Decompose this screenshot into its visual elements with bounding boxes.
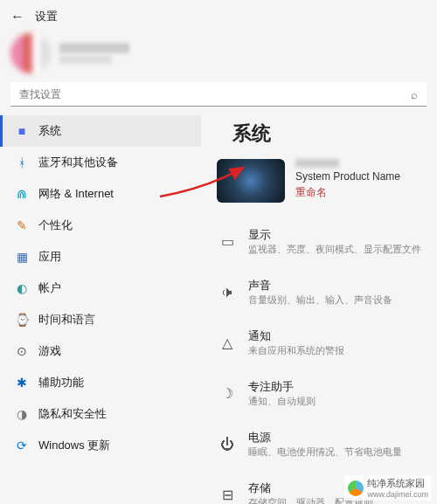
settings-item-title: 声音 bbox=[248, 278, 392, 293]
settings-item-desc: 音量级别、输出、输入、声音设备 bbox=[248, 294, 392, 307]
sidebar-item-label: Windows 更新 bbox=[38, 438, 110, 453]
sidebar-item-label: 网络 & Internet bbox=[38, 186, 114, 202]
avatar bbox=[10, 33, 51, 73]
settings-item-0[interactable]: ▭显示监视器、亮度、夜间模式、显示配置文件 bbox=[217, 217, 427, 267]
sidebar-item-label: 个性化 bbox=[38, 217, 73, 233]
search-icon: ⌕ bbox=[411, 88, 418, 101]
sidebar-item-label: 时间和语言 bbox=[38, 312, 95, 328]
sidebar-item-9[interactable]: ◑隐私和安全性 bbox=[0, 398, 201, 430]
sidebar-icon: ⋒ bbox=[15, 187, 29, 201]
device-blurred-label bbox=[295, 159, 339, 168]
sidebar: ■系统ᚼ蓝牙和其他设备⋒网络 & Internet✎个性化▦应用◐帐户⌚时间和语… bbox=[0, 115, 201, 504]
settings-item-4[interactable]: ⏻电源睡眠、电池使用情况、节省电池电量 bbox=[217, 419, 427, 470]
settings-item-desc: 监视器、亮度、夜间模式、显示配置文件 bbox=[248, 244, 421, 256]
watermark: 纯净系统家园 www.dajimei.com bbox=[344, 475, 432, 501]
profile-name bbox=[59, 43, 129, 64]
sidebar-item-7[interactable]: ⊙游戏 bbox=[0, 335, 201, 367]
search-input[interactable] bbox=[10, 82, 427, 107]
sidebar-item-3[interactable]: ✎个性化 bbox=[0, 210, 201, 241]
sidebar-item-0[interactable]: ■系统 bbox=[0, 115, 201, 147]
settings-item-title: 电源 bbox=[248, 430, 402, 445]
sidebar-item-label: 隐私和安全性 bbox=[38, 406, 107, 422]
sidebar-icon: ᚼ bbox=[15, 155, 29, 169]
profile-section[interactable] bbox=[0, 30, 437, 82]
sidebar-icon: ⊙ bbox=[15, 344, 29, 358]
device-thumbnail[interactable] bbox=[217, 159, 285, 203]
device-name: System Product Name bbox=[295, 170, 400, 183]
settings-item-desc: 通知、自动规则 bbox=[248, 396, 316, 408]
watermark-text: 纯净系统家园 bbox=[367, 478, 425, 488]
sidebar-item-4[interactable]: ▦应用 bbox=[0, 241, 201, 273]
settings-item-desc: 来自应用和系统的警报 bbox=[248, 345, 344, 357]
sidebar-icon: ◐ bbox=[15, 281, 29, 295]
sidebar-item-label: 辅助功能 bbox=[38, 375, 84, 390]
sidebar-icon: ◑ bbox=[15, 407, 29, 421]
settings-item-icon: ⏻ bbox=[218, 437, 236, 452]
sidebar-item-label: 帐户 bbox=[38, 280, 61, 296]
settings-item-icon: ▭ bbox=[218, 233, 236, 250]
header-title: 设置 bbox=[35, 9, 58, 24]
settings-item-icon: ⊟ bbox=[218, 487, 236, 503]
page-title: 系统 bbox=[232, 121, 427, 147]
settings-item-title: 通知 bbox=[248, 328, 344, 344]
back-button[interactable]: ← bbox=[10, 9, 24, 24]
search-box[interactable]: ⌕ bbox=[10, 82, 427, 107]
settings-item-3[interactable]: ☽专注助手通知、自动规则 bbox=[217, 369, 427, 419]
sidebar-icon: ✎ bbox=[15, 218, 29, 232]
sidebar-icon: ⟳ bbox=[15, 438, 29, 452]
settings-item-icon: ☽ bbox=[218, 385, 236, 402]
rename-link[interactable]: 重命名 bbox=[295, 185, 400, 200]
settings-item-title: 专注助手 bbox=[248, 379, 316, 395]
settings-item-desc: 睡眠、电池使用情况、节省电池电量 bbox=[248, 446, 402, 459]
watermark-icon bbox=[348, 480, 364, 496]
sidebar-icon: ▦ bbox=[15, 250, 29, 264]
sidebar-item-1[interactable]: ᚼ蓝牙和其他设备 bbox=[0, 147, 201, 178]
sidebar-item-label: 应用 bbox=[38, 249, 61, 265]
sidebar-item-6[interactable]: ⌚时间和语言 bbox=[0, 304, 201, 335]
settings-item-1[interactable]: 🕩声音音量级别、输出、输入、声音设备 bbox=[217, 267, 427, 318]
settings-item-title: 显示 bbox=[248, 227, 421, 243]
sidebar-item-label: 系统 bbox=[38, 123, 61, 139]
sidebar-item-label: 游戏 bbox=[38, 343, 61, 359]
settings-item-icon: △ bbox=[218, 335, 236, 351]
sidebar-item-label: 蓝牙和其他设备 bbox=[38, 155, 118, 170]
device-section: System Product Name 重命名 bbox=[217, 159, 427, 203]
sidebar-item-2[interactable]: ⋒网络 & Internet bbox=[0, 178, 201, 210]
settings-item-icon: 🕩 bbox=[218, 285, 236, 300]
watermark-url: www.dajimei.com bbox=[367, 490, 428, 499]
sidebar-item-10[interactable]: ⟳Windows 更新 bbox=[0, 430, 201, 461]
sidebar-item-5[interactable]: ◐帐户 bbox=[0, 273, 201, 304]
main-panel: 系统 System Product Name 重命名 ▭显示监视器、亮度、夜间模… bbox=[201, 115, 437, 504]
sidebar-item-8[interactable]: ✱辅助功能 bbox=[0, 367, 201, 398]
settings-item-2[interactable]: △通知来自应用和系统的警报 bbox=[217, 318, 427, 369]
sidebar-icon: ■ bbox=[15, 124, 29, 138]
sidebar-icon: ✱ bbox=[15, 376, 29, 390]
sidebar-icon: ⌚ bbox=[15, 313, 29, 327]
